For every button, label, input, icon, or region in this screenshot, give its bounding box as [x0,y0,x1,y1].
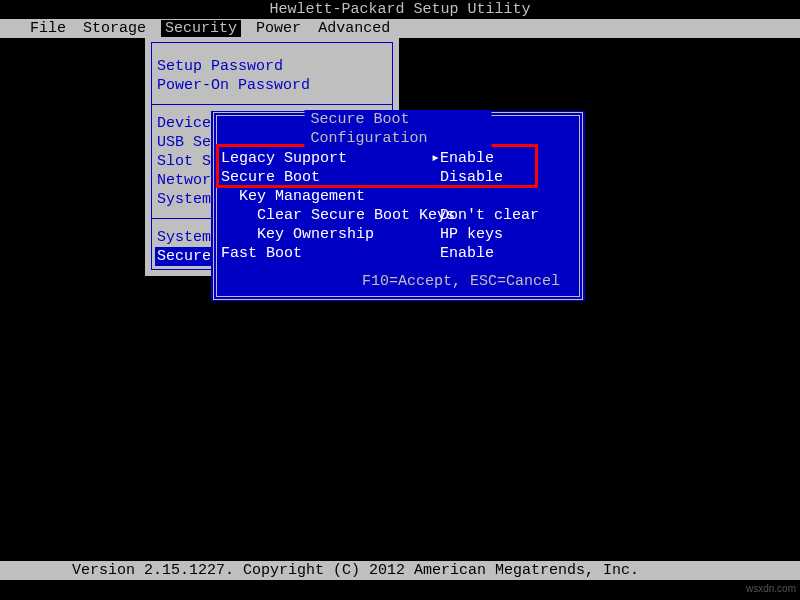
menu-setup-password[interactable]: Setup Password [145,57,399,76]
menu-file[interactable]: File [28,20,68,37]
row-secure-boot[interactable]: Secure Boot Disable [221,168,575,187]
menu-poweron-password[interactable]: Power-On Password [145,76,399,95]
label-secure-boot: Secure Boot [221,168,431,187]
dialog-footer: F10=Accept, ESC=Cancel [349,272,573,291]
row-key-management: Key Management [221,187,575,206]
dialog-title: Secure Boot Configuration [305,110,492,148]
value-clear-keys[interactable]: Don't clear [440,206,575,225]
value-secure-boot[interactable]: Disable [440,168,575,187]
label-key-ownership: Key Ownership [221,225,431,244]
value-legacy-support[interactable]: Enable [440,149,575,168]
row-fast-boot[interactable]: Fast Boot Enable [221,244,575,263]
secure-boot-dialog: Secure Boot Configuration Legacy Support… [211,111,585,301]
label-fast-boot: Fast Boot [221,244,431,263]
label-clear-keys: Clear Secure Boot Keys [221,206,431,225]
cursor-icon: ▸ [431,149,440,168]
value-key-ownership[interactable]: HP keys [440,225,575,244]
row-legacy-support[interactable]: Legacy Support ▸Enable [221,149,575,168]
value-fast-boot[interactable]: Enable [440,244,575,263]
menu-power[interactable]: Power [254,20,303,37]
menu-advanced[interactable]: Advanced [316,20,392,37]
menu-security[interactable]: Security [161,20,241,37]
menu-storage[interactable]: Storage [81,20,148,37]
menubar: File Storage Security Power Advanced [0,19,800,38]
row-clear-keys[interactable]: Clear Secure Boot Keys Don't clear [221,206,575,225]
value-key-management [440,187,575,206]
label-key-management: Key Management [221,187,431,206]
row-key-ownership[interactable]: Key Ownership HP keys [221,225,575,244]
status-bar: Version 2.15.1227. Copyright (C) 2012 Am… [0,561,800,580]
watermark: wsxdn.com [746,579,796,598]
app-title: Hewlett-Packard Setup Utility [0,0,800,19]
label-legacy-support: Legacy Support [221,149,431,168]
